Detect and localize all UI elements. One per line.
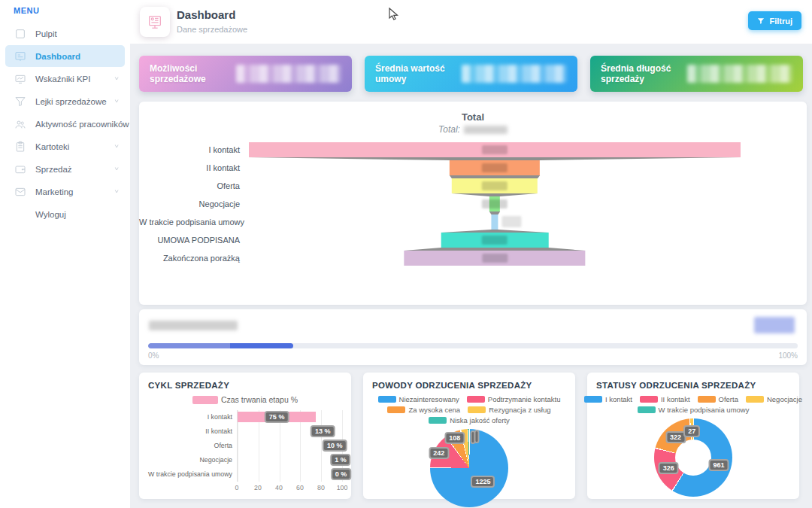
progress-label-redacted: [149, 321, 238, 330]
funnel-value-redacted: [482, 163, 508, 172]
legend-label: Niska jakość oferty: [450, 416, 510, 424]
kpi-card-avg-contract-value: Średnia wartość umowy: [365, 56, 577, 92]
funnel-stage-label: Zakończona porażką: [139, 254, 249, 263]
slice-value-label: 242: [429, 447, 449, 459]
legend-label: Czas trwania etapu %: [221, 395, 298, 404]
funnel-stage-row: Zakończona porażką: [139, 251, 807, 266]
funnel-total-value-redacted: [464, 126, 508, 134]
bar-row: 0 %: [238, 467, 342, 482]
funnel-value-redacted: [501, 216, 521, 227]
card-title: POWODY ODRZUCENIA SPRZEDAŻY: [372, 381, 566, 390]
legend-swatch: [638, 406, 656, 413]
funnel-bar[interactable]: [249, 142, 741, 157]
funnel-bar[interactable]: [404, 251, 585, 266]
sidebar-item-dashboard[interactable]: Dashboard: [5, 45, 125, 67]
legend-item-i-kontakt[interactable]: I kontakt: [584, 395, 632, 403]
bar-value-label: 75 %: [265, 411, 289, 423]
kpi-value-redacted: [687, 65, 792, 83]
progress-bar: [148, 343, 798, 348]
sidebar: MENU PulpitDashboardWskaźniki KPI˅Lejki …: [0, 0, 130, 508]
sidebar-item-aktywno-pracownik-w[interactable]: Aktywność pracowników: [5, 113, 125, 135]
funnel-value-redacted: [482, 145, 508, 154]
filter-funnel-icon: [757, 17, 765, 25]
sidebar-item-wska-niki-kpi[interactable]: Wskaźniki KPI˅: [5, 68, 125, 90]
bar-value-label: 10 %: [323, 440, 347, 452]
funnel-stage-label: W trakcie podpisania umowy: [139, 217, 249, 227]
bar-category-label: Oferta: [148, 439, 237, 453]
funnel-stage-row: W trakcie podpisania umowy: [139, 214, 807, 230]
x-axis-tick: 40: [275, 484, 283, 491]
funnel-stage-row: Negocjacje: [139, 196, 807, 211]
x-axis-tick: 80: [317, 484, 325, 491]
kpi-value-redacted: [462, 65, 567, 83]
slice-value-label: 961: [709, 459, 729, 471]
bar-row: 75 %: [238, 410, 342, 424]
progress-value-redacted: [754, 317, 795, 333]
pie-slices[interactable]: [430, 429, 508, 507]
funnel-stage-label: Oferta: [139, 181, 249, 190]
chevron-down-icon: ˅: [114, 75, 119, 82]
legend-item-niska-jakość-oferty[interactable]: Niska jakość oferty: [429, 416, 510, 424]
bar-plot-area: 75 %13 %10 %1 %0 %: [237, 410, 342, 482]
main-content: Możliwości sprzedażowe Średnia wartość u…: [130, 44, 812, 508]
funnel-chart: I kontaktII kontaktOfertaNegocjacjeW tra…: [139, 142, 807, 266]
x-axis-tick: 0: [235, 484, 239, 491]
sidebar-item-marketing[interactable]: Marketing˅: [5, 181, 125, 202]
funnel-bar[interactable]: [489, 196, 500, 211]
filter-button[interactable]: Filtruj: [748, 11, 801, 30]
bar-row: 13 %: [238, 424, 342, 439]
legend-swatch: [584, 396, 602, 403]
bar-row: 1 %: [238, 453, 342, 467]
x-axis-tick: 20: [254, 484, 262, 491]
legend-swatch: [429, 417, 447, 424]
bar-category-label: Negocjacje: [148, 453, 237, 467]
progress-segment-2: [230, 343, 293, 348]
legend-label: Negocjacje: [767, 395, 802, 403]
x-axis: 020406080100: [237, 484, 342, 494]
sidebar-item-wyloguj[interactable]: Wyloguj: [5, 203, 125, 225]
legend-swatch: [378, 396, 396, 403]
sidebar-item-label: Sprzedaż: [35, 165, 114, 174]
legend-swatch: [468, 406, 486, 413]
legend-item-negocjacje[interactable]: Negocjacje: [746, 395, 802, 403]
sidebar-item-sprzeda-[interactable]: Sprzedaż˅: [5, 158, 125, 180]
funnel-bar[interactable]: [452, 178, 538, 193]
legend-item-podtrzymanie-kontaktu[interactable]: Podtrzymanie kontaktu: [467, 395, 561, 403]
sidebar-item-label: Wyloguj: [35, 210, 119, 219]
legend-item[interactable]: Czas trwania etapu %: [192, 395, 298, 404]
funnel-bar[interactable]: [441, 233, 549, 248]
legend-item-oferta[interactable]: Oferta: [698, 395, 738, 403]
legend-item-za-wysoka-cena[interactable]: Za wysoka cena: [387, 406, 460, 414]
legend-item-ii-kontakt[interactable]: II kontakt: [640, 395, 690, 403]
slice-value-label: 108: [444, 432, 465, 444]
sidebar-item-kartoteki[interactable]: Kartoteki˅: [5, 135, 125, 157]
legend-item-w-trakcie-podpisania-umowy[interactable]: W trakcie podpisania umowy: [638, 406, 750, 414]
progress-min-label: 0%: [148, 351, 159, 360]
legend-item-rezygnacja-z-usług[interactable]: Rezygnacja z usług: [468, 406, 550, 414]
funnel-value-redacted: [482, 254, 508, 263]
rejection-statuses-card: STATUSY ODRZUCENIA SPRZEDAŻY I kontaktII…: [587, 373, 799, 499]
sidebar-item-pulpit[interactable]: Pulpit: [5, 23, 125, 44]
legend-label: I kontakt: [605, 395, 632, 403]
funnel-bar[interactable]: [450, 160, 540, 175]
x-axis-tick: 60: [296, 484, 304, 491]
funnel-total-prefix: Total:: [438, 124, 460, 135]
chevron-down-icon: ˅: [114, 166, 119, 172]
funnel-icon: [14, 95, 26, 108]
bar-category-label: II kontakt: [148, 424, 237, 439]
funnel-bar[interactable]: [491, 214, 498, 230]
funnel-total-line: Total:: [139, 124, 807, 135]
page-title: Dashboard: [177, 8, 235, 21]
legend-item-niezainteresowany[interactable]: Niezainteresowany: [378, 395, 459, 403]
funnel-stage-label: Negocjacje: [139, 199, 249, 208]
chevron-down-icon: ˅: [114, 98, 119, 105]
page-subtitle: Dane sprzedażowe: [177, 25, 247, 34]
legend-swatch: [640, 396, 658, 403]
bar-value-label: 1 %: [330, 454, 351, 466]
pie-chart: 1225242108: [430, 429, 508, 507]
funnel-stage-label: II kontakt: [139, 163, 249, 172]
bar-value-label: 13 %: [311, 425, 335, 437]
legend: Czas trwania etapu %: [148, 395, 342, 404]
donut-chart: 96132632227: [654, 418, 732, 497]
sidebar-item-lejki-sprzeda-owe[interactable]: Lejki sprzedażowe˅: [5, 90, 125, 112]
